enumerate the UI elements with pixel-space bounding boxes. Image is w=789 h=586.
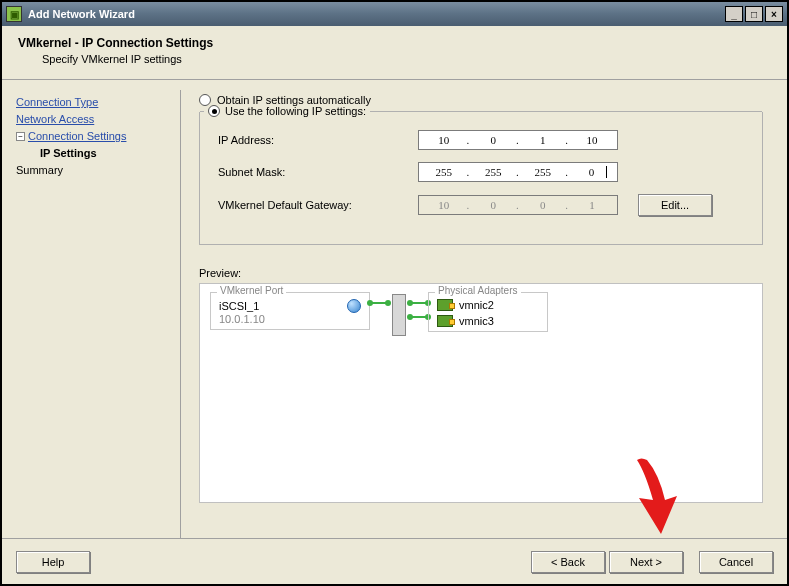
gateway-label: VMkernel Default Gateway: — [218, 199, 418, 211]
nic-icon — [437, 299, 453, 311]
vswitch-icon — [392, 294, 406, 336]
radio-manual[interactable]: Use the following IP settings: — [204, 105, 370, 117]
cancel-button[interactable]: Cancel — [699, 551, 773, 573]
edit-gateway-button[interactable]: Edit... — [638, 194, 712, 216]
subnet-mask-label: Subnet Mask: — [218, 166, 418, 178]
maximize-button[interactable]: □ — [745, 6, 763, 22]
ip-address-label: IP Address: — [218, 134, 418, 146]
manual-ip-group: Use the following IP settings: IP Addres… — [199, 112, 763, 245]
close-button[interactable]: × — [765, 6, 783, 22]
content-pane: Obtain IP settings automatically Use the… — [181, 80, 787, 550]
step-network-access[interactable]: Network Access — [16, 111, 174, 128]
collapse-icon[interactable]: − — [16, 132, 25, 141]
vmkernel-port-group: VMkernel Port iSCSI_1 10.0.1.10 — [210, 292, 370, 330]
step-connection-settings[interactable]: Connection Settings — [28, 128, 126, 145]
step-summary: Summary — [16, 162, 174, 179]
nic-icon — [437, 315, 453, 327]
wire — [370, 302, 388, 304]
wizard-header: VMkernel - IP Connection Settings Specif… — [2, 26, 787, 80]
physical-adapters-group: Physical Adapters vmnic2 vmnic3 — [428, 292, 548, 332]
vmk-group-label: VMkernel Port — [217, 285, 286, 296]
ip-address-input[interactable]: 10. 0. 1. 10 — [418, 130, 618, 150]
app-icon: ▣ — [6, 6, 22, 22]
radio-icon — [208, 105, 220, 117]
back-button[interactable]: < Back — [531, 551, 605, 573]
wire — [410, 302, 428, 304]
button-bar: Help < Back Next > Cancel — [2, 538, 787, 584]
gateway-input: 10. 0. 0. 1 — [418, 195, 618, 215]
step-connection-type[interactable]: Connection Type — [16, 94, 174, 111]
nic2-label: vmnic3 — [459, 315, 494, 327]
page-title: VMkernel - IP Connection Settings — [18, 36, 771, 50]
minimize-button[interactable]: _ — [725, 6, 743, 22]
phys-group-label: Physical Adapters — [435, 285, 521, 296]
next-button[interactable]: Next > — [609, 551, 683, 573]
vmkernel-icon — [347, 299, 361, 313]
step-ip-settings: IP Settings — [40, 145, 174, 162]
vmk-ip: 10.0.1.10 — [219, 313, 361, 325]
radio-manual-label: Use the following IP settings: — [225, 105, 366, 117]
vmk-name: iSCSI_1 — [219, 300, 259, 312]
help-button[interactable]: Help — [16, 551, 90, 573]
wizard-steps: Connection Type Network Access − Connect… — [2, 80, 180, 550]
wire — [410, 316, 428, 318]
page-subtitle: Specify VMkernel IP settings — [42, 53, 771, 65]
subnet-mask-input[interactable]: 255. 255. 255. 0 — [418, 162, 618, 182]
annotation-arrow-icon — [627, 452, 687, 542]
window-title: Add Network Wizard — [28, 8, 725, 20]
preview-label: Preview: — [199, 267, 763, 279]
nic1-label: vmnic2 — [459, 299, 494, 311]
titlebar: ▣ Add Network Wizard _ □ × — [2, 2, 787, 26]
